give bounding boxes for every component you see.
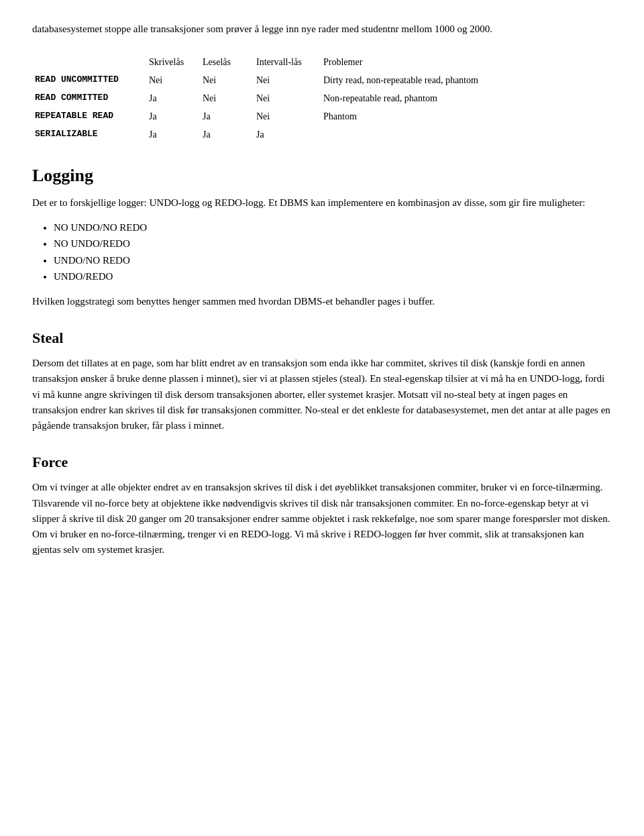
cell-problemer: Non-repeatable read, phantom bbox=[321, 89, 612, 107]
bullet-item: UNDO/NO REDO bbox=[54, 253, 612, 268]
col-header-intervall: Intervall-lås bbox=[254, 53, 321, 71]
cell-intervall: Nei bbox=[254, 89, 321, 107]
col-header-isolation bbox=[32, 53, 146, 71]
bullet-item: UNDO/REDO bbox=[54, 269, 612, 284]
force-paragraph1: Om vi tvinger at alle objekter endret av… bbox=[32, 480, 612, 558]
intro-text: databasesystemet stoppe alle transaksjon… bbox=[32, 21, 612, 37]
cell-isolation: READ UNCOMMITTED bbox=[32, 71, 146, 89]
cell-skrivelås: Ja bbox=[146, 125, 200, 144]
force-heading: Force bbox=[32, 451, 612, 473]
table-row: SERIALIZABLEJaJaJa bbox=[32, 125, 612, 144]
steal-paragraph1: Dersom det tillates at en page, som har … bbox=[32, 356, 612, 433]
cell-intervall: Nei bbox=[254, 71, 321, 89]
cell-isolation: READ COMMITTED bbox=[32, 89, 146, 107]
cell-problemer: Dirty read, non-repeatable read, phantom bbox=[321, 71, 612, 89]
logging-paragraph2: Hvilken loggstrategi som benyttes henger… bbox=[32, 294, 612, 309]
isolation-table: Skrivelås Leselås Intervall-lås Probleme… bbox=[32, 53, 612, 144]
cell-intervall: Nei bbox=[254, 107, 321, 125]
table-row: READ UNCOMMITTEDNeiNeiNeiDirty read, non… bbox=[32, 71, 612, 89]
logging-paragraph1: Det er to forskjellige logger: UNDO-logg… bbox=[32, 195, 612, 211]
table-row: REPEATABLE READJaJaNeiPhantom bbox=[32, 107, 612, 125]
cell-leselås: Ja bbox=[200, 107, 254, 125]
cell-problemer: Phantom bbox=[321, 107, 612, 125]
cell-skrivelås: Ja bbox=[146, 89, 200, 107]
steal-heading: Steal bbox=[32, 327, 612, 349]
isolation-table-section: Skrivelås Leselås Intervall-lås Probleme… bbox=[32, 53, 612, 144]
cell-leselås: Ja bbox=[200, 125, 254, 144]
bullet-item: NO UNDO/REDO bbox=[54, 236, 612, 252]
cell-intervall: Ja bbox=[254, 125, 321, 144]
logging-bullet-list: NO UNDO/NO REDONO UNDO/REDOUNDO/NO REDOU… bbox=[54, 220, 612, 284]
cell-problemer bbox=[321, 125, 612, 144]
cell-isolation: SERIALIZABLE bbox=[32, 125, 146, 144]
logging-heading: Logging bbox=[32, 162, 612, 189]
cell-skrivelås: Nei bbox=[146, 71, 200, 89]
cell-skrivelås: Ja bbox=[146, 107, 200, 125]
col-header-problemer: Problemer bbox=[321, 53, 612, 71]
bullet-item: NO UNDO/NO REDO bbox=[54, 220, 612, 236]
col-header-leselås: Leselås bbox=[200, 53, 254, 71]
col-header-skrivelås: Skrivelås bbox=[146, 53, 200, 71]
cell-isolation: REPEATABLE READ bbox=[32, 107, 146, 125]
table-row: READ COMMITTEDJaNeiNeiNon-repeatable rea… bbox=[32, 89, 612, 107]
cell-leselås: Nei bbox=[200, 89, 254, 107]
cell-leselås: Nei bbox=[200, 71, 254, 89]
